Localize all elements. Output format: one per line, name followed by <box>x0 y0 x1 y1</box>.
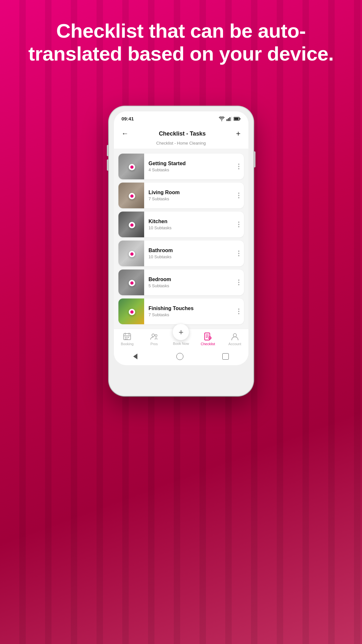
task-info: Getting Started 4 Subtasks <box>144 161 234 172</box>
status-bar: 09:41 <box>114 111 248 124</box>
nav-item-account[interactable]: Account <box>221 332 248 346</box>
svg-rect-6 <box>234 118 238 120</box>
svg-point-17 <box>155 335 157 336</box>
task-menu-button[interactable] <box>234 298 244 324</box>
account-label: Account <box>228 342 241 346</box>
nav-item-pros[interactable]: Pros <box>141 332 168 346</box>
menu-dot <box>238 164 239 165</box>
fab-wrapper: + Book Now <box>168 324 195 346</box>
task-thumbnail <box>118 298 144 324</box>
gesture-home[interactable] <box>176 353 183 360</box>
task-subtasks: 4 Subtasks <box>149 167 229 172</box>
menu-dot <box>238 224 239 225</box>
vol-down-button <box>107 159 108 171</box>
svg-rect-0 <box>227 119 227 121</box>
menu-dot <box>238 279 239 281</box>
phone-screen: 09:41 <box>114 111 248 365</box>
signal-icon <box>227 117 232 121</box>
svg-point-16 <box>152 334 154 336</box>
svg-point-25 <box>233 334 237 337</box>
menu-dot <box>238 313 239 314</box>
task-item[interactable]: Bedroom 5 Subtasks <box>118 270 244 295</box>
task-item[interactable]: Getting Started 4 Subtasks <box>118 154 244 179</box>
task-info: Living Room 7 Subtasks <box>144 190 234 201</box>
task-subtasks: 7 Subtasks <box>149 312 229 317</box>
task-item[interactable]: Finishing Touches 7 Subtasks <box>118 298 244 324</box>
task-info: Bathroom 10 Subtasks <box>144 248 234 259</box>
home-indicator <box>114 350 248 365</box>
gesture-recents[interactable] <box>222 353 229 360</box>
task-info: Finishing Touches 7 Subtasks <box>144 306 234 317</box>
task-subtasks: 7 Subtasks <box>149 196 229 201</box>
task-subtasks: 5 Subtasks <box>149 283 229 288</box>
menu-dot <box>238 222 239 223</box>
book-now-fab[interactable]: + <box>172 324 189 340</box>
menu-dot <box>238 168 239 169</box>
location-pin <box>129 193 135 199</box>
phone-mockup: 09:41 <box>109 106 254 396</box>
svg-rect-2 <box>229 117 230 121</box>
booking-label: Booking <box>121 342 134 346</box>
task-name: Finishing Touches <box>149 306 229 311</box>
svg-rect-14 <box>125 338 126 339</box>
task-thumbnail <box>118 154 144 179</box>
status-icons <box>219 117 241 121</box>
task-menu-button[interactable] <box>234 212 244 237</box>
task-info: Bedroom 5 Subtasks <box>144 277 234 288</box>
pros-icon <box>150 332 158 341</box>
task-name: Bedroom <box>149 277 229 282</box>
menu-dot <box>238 284 239 285</box>
menu-dot <box>238 253 239 254</box>
menu-dot <box>238 193 239 194</box>
task-thumbnail <box>118 241 144 266</box>
checklist-icon <box>204 332 212 341</box>
svg-rect-13 <box>128 337 129 338</box>
menu-dot <box>238 311 239 312</box>
location-pin <box>129 280 135 286</box>
menu-dot <box>238 197 239 198</box>
header-subtitle: Checklist - Home Cleaning <box>120 141 242 146</box>
checklist-label: Checklist <box>201 342 215 346</box>
gesture-back[interactable] <box>133 354 137 359</box>
task-subtasks: 10 Subtasks <box>149 254 229 259</box>
task-info: Kitchen 10 Subtasks <box>144 219 234 230</box>
task-menu-button[interactable] <box>234 241 244 266</box>
page-headline: Checklist that can be auto-translated ba… <box>0 19 362 65</box>
task-list: Getting Started 4 Subtasks <box>114 149 248 329</box>
task-thumbnail <box>118 212 144 237</box>
svg-rect-1 <box>228 118 229 121</box>
task-name: Living Room <box>149 190 229 195</box>
task-subtasks: 10 Subtasks <box>149 225 229 230</box>
task-item[interactable]: Living Room 7 Subtasks <box>118 183 244 208</box>
header-title: Checklist - Tasks <box>130 130 235 137</box>
booking-icon <box>123 332 131 341</box>
task-name: Getting Started <box>149 161 229 166</box>
wifi-icon <box>219 117 225 121</box>
location-pin <box>129 309 135 315</box>
location-pin <box>129 164 135 170</box>
task-menu-button[interactable] <box>234 183 244 208</box>
svg-rect-3 <box>231 117 232 121</box>
nav-item-checklist[interactable]: Checklist <box>194 332 221 346</box>
back-button[interactable]: ← <box>120 128 130 139</box>
status-time: 09:41 <box>122 116 134 121</box>
menu-dot <box>238 166 239 167</box>
menu-dot <box>238 195 239 196</box>
menu-dot <box>238 308 239 310</box>
task-menu-button[interactable] <box>234 270 244 295</box>
add-task-button[interactable]: + <box>235 128 242 139</box>
nav-item-booking[interactable]: Booking <box>114 332 141 346</box>
svg-rect-15 <box>126 338 127 339</box>
task-item[interactable]: Kitchen 10 Subtasks <box>118 212 244 237</box>
task-name: Kitchen <box>149 219 229 224</box>
pros-label: Pros <box>151 342 158 346</box>
bottom-nav: Booking Pros + <box>114 329 248 350</box>
task-name: Bathroom <box>149 248 229 253</box>
task-menu-button[interactable] <box>234 154 244 179</box>
account-icon <box>231 332 239 341</box>
menu-dot <box>238 255 239 256</box>
task-thumbnail <box>118 183 144 208</box>
task-item[interactable]: Bathroom 10 Subtasks <box>118 241 244 266</box>
location-pin <box>129 222 135 228</box>
app-header: ← Checklist - Tasks + Checklist - Home C… <box>114 124 248 149</box>
